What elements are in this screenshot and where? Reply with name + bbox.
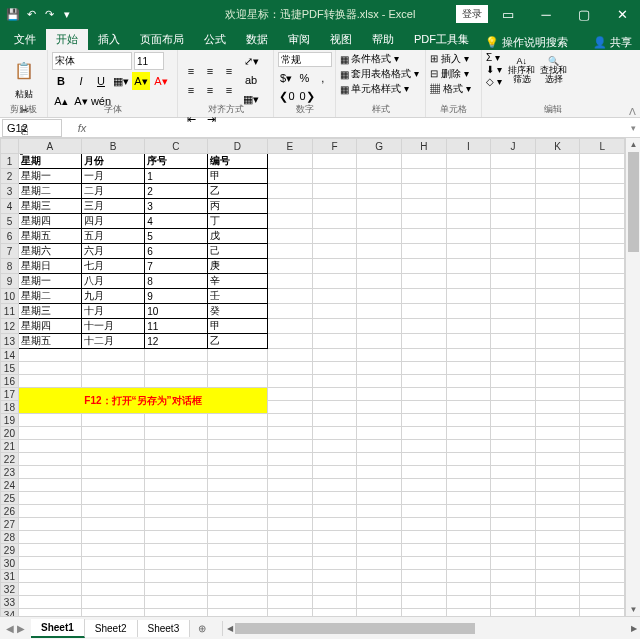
redo-icon[interactable]: ↷ [42, 7, 56, 21]
cell[interactable]: 庚 [207, 259, 267, 274]
cell[interactable] [312, 479, 357, 492]
row-header[interactable]: 10 [1, 289, 19, 304]
cell[interactable] [357, 583, 402, 596]
cell[interactable] [535, 362, 580, 375]
horizontal-scrollbar[interactable]: ◀ ▶ [222, 621, 640, 636]
cell[interactable] [18, 440, 81, 453]
cell[interactable]: 星期日 [18, 259, 81, 274]
cell[interactable] [18, 414, 81, 427]
cell[interactable] [312, 274, 357, 289]
cell[interactable] [82, 453, 145, 466]
row-header[interactable]: 14 [1, 349, 19, 362]
cell[interactable] [491, 289, 536, 304]
cell[interactable] [535, 466, 580, 479]
cell[interactable] [145, 440, 207, 453]
cell[interactable] [268, 244, 313, 259]
column-header[interactable]: E [268, 139, 313, 154]
cell[interactable] [535, 596, 580, 609]
cell[interactable] [312, 375, 357, 388]
tellme-icon[interactable]: 💡 操作说明搜索 [485, 35, 568, 50]
cell[interactable] [446, 440, 490, 453]
number-format-combo[interactable] [278, 52, 332, 67]
table-format-button[interactable]: ▦ 套用表格格式 ▾ [340, 67, 421, 81]
cell[interactable] [357, 349, 402, 362]
cell[interactable]: 辛 [207, 274, 267, 289]
cell[interactable] [402, 544, 447, 557]
cell[interactable]: 甲 [207, 169, 267, 184]
cell[interactable] [535, 388, 580, 401]
cell[interactable] [580, 596, 625, 609]
tab-layout[interactable]: 页面布局 [130, 29, 194, 50]
cell[interactable] [491, 334, 536, 349]
undo-icon[interactable]: ↶ [24, 7, 38, 21]
cell[interactable] [145, 531, 207, 544]
cell[interactable] [268, 414, 313, 427]
cell[interactable] [580, 362, 625, 375]
cell[interactable]: 己 [207, 244, 267, 259]
tab-data[interactable]: 数据 [236, 29, 278, 50]
cell[interactable] [18, 362, 81, 375]
cell[interactable] [580, 570, 625, 583]
cell[interactable] [446, 453, 490, 466]
cell[interactable] [402, 304, 447, 319]
cell[interactable] [312, 427, 357, 440]
cell[interactable]: 10 [145, 304, 207, 319]
cell[interactable] [402, 319, 447, 334]
cell[interactable] [402, 570, 447, 583]
cell[interactable]: 八月 [82, 274, 145, 289]
cell[interactable] [580, 492, 625, 505]
cell[interactable] [491, 479, 536, 492]
cell[interactable] [446, 229, 490, 244]
cell[interactable] [145, 609, 207, 617]
cell[interactable] [82, 609, 145, 617]
cell[interactable] [402, 229, 447, 244]
cell[interactable] [268, 362, 313, 375]
cell[interactable] [580, 154, 625, 169]
cell[interactable] [580, 289, 625, 304]
cell[interactable]: 4 [145, 214, 207, 229]
sheet-tab-2[interactable]: Sheet2 [85, 620, 138, 637]
cell[interactable] [145, 427, 207, 440]
cell[interactable] [312, 492, 357, 505]
cell[interactable] [580, 427, 625, 440]
font-size-combo[interactable] [134, 52, 164, 70]
cell[interactable] [580, 214, 625, 229]
orientation-icon[interactable]: ⤢▾ [242, 52, 260, 70]
cell[interactable] [312, 466, 357, 479]
tab-formula[interactable]: 公式 [194, 29, 236, 50]
cell[interactable] [207, 479, 267, 492]
cell[interactable] [402, 184, 447, 199]
cell[interactable]: 7 [145, 259, 207, 274]
cell[interactable]: 十二月 [82, 334, 145, 349]
cell[interactable] [402, 375, 447, 388]
cell[interactable] [580, 479, 625, 492]
row-header[interactable]: 33 [1, 596, 19, 609]
cell[interactable] [446, 518, 490, 531]
row-header[interactable]: 17 [1, 388, 19, 401]
cell[interactable]: 5 [145, 229, 207, 244]
cell[interactable] [268, 570, 313, 583]
cell[interactable] [268, 518, 313, 531]
cell[interactable] [446, 557, 490, 570]
cell[interactable] [491, 531, 536, 544]
autosum-button[interactable]: Σ ▾ [486, 52, 502, 63]
cell[interactable] [82, 505, 145, 518]
cell[interactable] [535, 274, 580, 289]
cell[interactable]: 8 [145, 274, 207, 289]
cell[interactable] [446, 362, 490, 375]
border-button[interactable]: ▦▾ [112, 72, 130, 90]
cell[interactable]: 2 [145, 184, 207, 199]
cell[interactable] [535, 349, 580, 362]
cell[interactable] [268, 274, 313, 289]
cell[interactable] [446, 214, 490, 229]
cell[interactable] [268, 334, 313, 349]
cell[interactable] [145, 375, 207, 388]
cell[interactable] [446, 414, 490, 427]
cell[interactable] [268, 304, 313, 319]
select-all-corner[interactable] [1, 139, 19, 154]
cell[interactable] [580, 466, 625, 479]
cell[interactable] [312, 388, 357, 401]
cell[interactable] [491, 518, 536, 531]
cell[interactable] [446, 401, 490, 414]
tab-help[interactable]: 帮助 [362, 29, 404, 50]
